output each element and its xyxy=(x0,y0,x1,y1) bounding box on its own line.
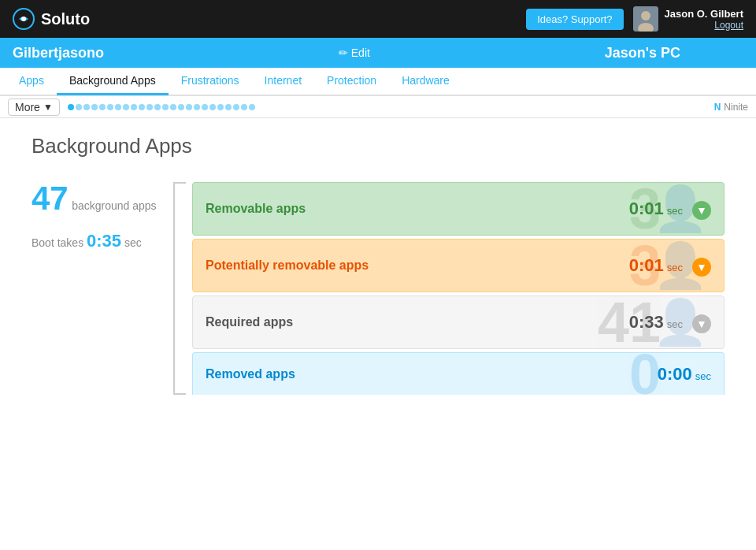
potentially-chevron[interactable]: ▼ xyxy=(692,258,711,277)
logout-link[interactable]: Logout xyxy=(665,20,743,31)
scroll-dot xyxy=(154,104,161,110)
stats-panel: 47 background apps Boot takes 0:35 sec xyxy=(32,182,173,251)
svg-point-1 xyxy=(21,17,26,21)
username-label: Gilbertjasono xyxy=(13,45,104,61)
user-avatar xyxy=(633,6,658,32)
scroll-dot xyxy=(131,104,137,110)
main-content: Background Apps 47 background apps Boot … xyxy=(0,118,756,550)
removed-bar-container: 0 Removed apps 0:00 sec xyxy=(192,352,724,395)
user-info: Jason O. Gilbert Logout xyxy=(665,8,743,31)
bg-count: 47 background apps xyxy=(32,182,165,215)
tab-frustrations[interactable]: Frustrations xyxy=(169,68,252,95)
scroll-dot xyxy=(68,104,74,110)
user-area: Jason O. Gilbert Logout xyxy=(633,6,743,32)
removed-label: Removed apps xyxy=(206,367,295,381)
scroll-dot xyxy=(233,104,239,110)
removable-time: 0:01 xyxy=(629,199,664,219)
tab-hardware[interactable]: Hardware xyxy=(389,68,462,95)
removed-sec: sec xyxy=(695,370,711,382)
scroll-dot xyxy=(123,104,129,110)
scroll-dot xyxy=(91,104,98,110)
removable-apps-bar: 3 👤 Removable apps 0:01 sec ▼ xyxy=(192,182,724,236)
scroll-dot xyxy=(170,104,176,110)
removable-label: Removable apps xyxy=(206,202,306,216)
required-time: 0:33 xyxy=(629,312,664,333)
tab-internet[interactable]: Internet xyxy=(252,68,314,95)
user-name: Jason O. Gilbert xyxy=(665,8,743,20)
bars-area: 3 👤 Removable apps 0:01 sec ▼ 3 👤 Potent… xyxy=(192,182,724,395)
removable-time-area: 0:01 sec ▼ xyxy=(629,199,711,220)
scroll-dot xyxy=(115,104,121,110)
scroll-dot xyxy=(202,104,208,110)
svg-point-3 xyxy=(641,11,650,20)
scroll-dot xyxy=(99,104,106,110)
tab-background-apps[interactable]: Background Apps xyxy=(57,68,169,95)
scroll-dot xyxy=(241,104,247,110)
edit-label: Edit xyxy=(351,46,370,59)
scroll-dot xyxy=(249,104,255,110)
boot-prefix: Boot takes xyxy=(32,236,83,249)
scroll-dot xyxy=(225,104,232,110)
stats-chart-area: 47 background apps Boot takes 0:35 sec 3… xyxy=(32,182,724,395)
scroll-bar-area: More ▼ N Ninite xyxy=(0,96,756,118)
logo-area: Soluto xyxy=(13,8,90,30)
removable-chevron[interactable]: ▼ xyxy=(692,201,711,220)
more-label: More xyxy=(15,101,40,113)
potentially-sec: sec xyxy=(667,262,683,273)
count-number: 47 xyxy=(32,180,69,217)
soluto-logo-icon xyxy=(13,8,35,30)
scroll-dot xyxy=(209,104,216,110)
scroll-dot xyxy=(107,104,113,110)
scroll-dot xyxy=(146,104,153,110)
nav-bar: Apps Background Apps Frustrations Intern… xyxy=(0,68,756,96)
bracket xyxy=(173,182,186,395)
potentially-time-area: 0:01 sec ▼ xyxy=(629,255,711,277)
ninite-icon: N xyxy=(714,102,721,113)
potentially-time: 0:01 xyxy=(629,255,664,276)
app-name: Soluto xyxy=(41,10,90,28)
removed-time: 0:00 xyxy=(658,364,692,385)
tab-protection[interactable]: Protection xyxy=(314,68,389,95)
tab-apps[interactable]: Apps xyxy=(6,68,57,95)
required-label: Required apps xyxy=(206,315,293,329)
count-label: background apps xyxy=(72,199,156,212)
scroll-dot xyxy=(194,104,200,110)
scroll-dot xyxy=(83,104,90,110)
support-button[interactable]: Ideas? Support? xyxy=(526,9,623,30)
scroll-dot xyxy=(162,104,169,110)
removed-time-area: 0:00 sec xyxy=(658,364,711,385)
ninite-label: Ninite xyxy=(724,102,748,113)
scroll-dot xyxy=(217,104,224,110)
scroll-dot xyxy=(178,104,184,110)
more-button[interactable]: More ▼ xyxy=(8,98,60,116)
boot-sec: sec xyxy=(124,236,142,249)
removable-sec: sec xyxy=(667,205,683,217)
bar-watermark-removed: 0 xyxy=(629,352,661,395)
scroll-dot xyxy=(186,104,192,110)
boot-time-value: 0:35 xyxy=(87,231,121,251)
pc-name: Jason's PC xyxy=(605,45,680,61)
required-sec: sec xyxy=(667,318,683,330)
ninite-link[interactable]: N Ninite xyxy=(714,102,748,113)
removed-apps-bar: 0 Removed apps 0:00 sec xyxy=(192,352,724,395)
scroll-dot xyxy=(139,104,145,110)
required-apps-bar: 41 👤 Required apps 0:33 sec ▼ xyxy=(192,295,724,349)
second-bar: Gilbertjasono ✏ Edit Jason's PC xyxy=(0,38,756,68)
required-time-area: 0:33 sec ▼ xyxy=(629,312,711,333)
bracket-chart: 3 👤 Removable apps 0:01 sec ▼ 3 👤 Potent… xyxy=(173,182,724,395)
section-title: Background Apps xyxy=(32,134,724,158)
top-bar: Soluto Ideas? Support? Jason O. Gilbert … xyxy=(0,0,756,38)
top-right-area: Ideas? Support? Jason O. Gilbert Logout xyxy=(526,6,743,32)
chevron-down-icon: ▼ xyxy=(43,102,53,113)
required-chevron[interactable]: ▼ xyxy=(692,314,711,333)
edit-button[interactable]: ✏ Edit xyxy=(339,46,370,59)
apps-scroll-dots xyxy=(68,104,706,110)
potentially-removable-bar: 3 👤 Potentially removable apps 0:01 sec … xyxy=(192,239,724,292)
edit-icon: ✏ xyxy=(339,46,348,59)
potentially-label: Potentially removable apps xyxy=(206,258,369,273)
boot-time: Boot takes 0:35 sec xyxy=(32,231,165,251)
scroll-dot xyxy=(76,104,82,110)
